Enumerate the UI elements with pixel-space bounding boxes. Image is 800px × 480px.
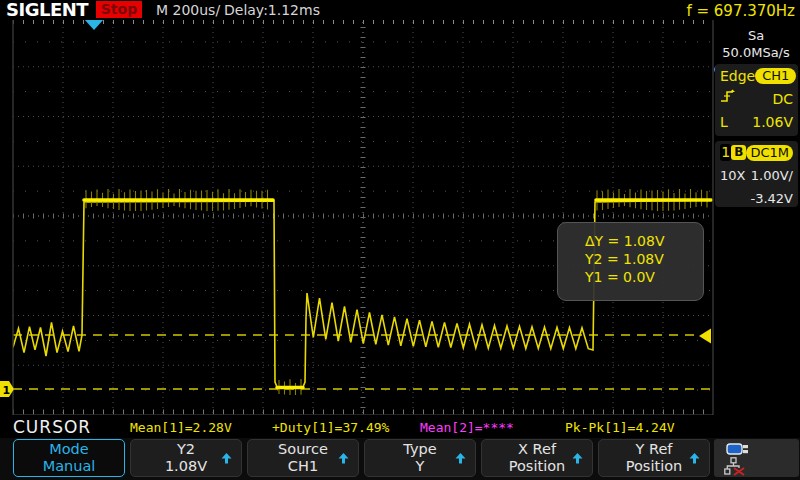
trigger-coupling: DC xyxy=(772,91,793,107)
cursor-y1: Y1 = 0.0V xyxy=(585,268,703,286)
channel-offset: -3.42V xyxy=(750,191,793,206)
up-arrow-icon xyxy=(572,453,583,464)
trigger-panel[interactable]: Edge CH1 DC L 1.06V xyxy=(715,64,798,136)
up-arrow-icon xyxy=(689,453,700,464)
brand-logo: SIGLENT xyxy=(6,0,88,20)
volts-per-div: 1.00V/ xyxy=(751,168,793,183)
bandwidth-limit-badge: B xyxy=(731,145,746,160)
menu-button-label: Source xyxy=(278,441,328,458)
menu-button-label: X Ref xyxy=(518,441,556,458)
measurement-duty1: +Duty[1]=37.49% xyxy=(272,420,389,435)
menu-button-y2[interactable]: Y2 1.08V xyxy=(130,439,242,477)
menu-button-xref[interactable]: X Ref Position xyxy=(481,439,593,477)
menu-button-value: Position xyxy=(626,458,682,475)
channel1-panel[interactable]: 1 B DC1M 10X 1.00V/ -3.42V xyxy=(715,141,798,207)
sample-rate: Sa 50.0MSa/s xyxy=(713,27,799,61)
cursor-delta-y: ΔY = 1.08V xyxy=(585,232,703,250)
menu-button-value: 1.08V xyxy=(165,458,207,475)
menu-button-value: Manual xyxy=(43,458,96,475)
frequency-counter: f = 697.370Hz xyxy=(686,2,795,20)
cursor-readout-box: ΔY = 1.08V Y2 = 1.08V Y1 = 0.0V xyxy=(557,222,704,301)
menu-button-label: Type xyxy=(403,441,436,458)
oscilloscope-screen: 1 SIGLENT Stop M 200us/ Delay:1.12ms f =… xyxy=(0,0,800,480)
channel-number-badge: 1 xyxy=(720,144,731,161)
io-status-panel xyxy=(714,439,799,477)
svg-text:1: 1 xyxy=(3,384,11,397)
acquisition-status-badge[interactable]: Stop xyxy=(96,1,142,18)
menu-button-value: Y xyxy=(416,458,425,475)
softkey-menu: Mode Manual Y2 1.08V Source CH1 Type Y X… xyxy=(0,438,800,480)
trigger-level-value: 1.06V xyxy=(752,114,793,130)
measurement-bar: CURSOR Mean[1]=2.28V +Duty[1]=37.49% Mea… xyxy=(0,415,800,438)
cursor-y2: Y2 = 1.08V xyxy=(585,250,703,268)
trigger-level-label: L xyxy=(720,114,728,130)
up-arrow-icon xyxy=(455,453,466,464)
lan-disconnected-icon xyxy=(724,457,748,476)
timebase-readout[interactable]: M 200us/ xyxy=(156,2,220,18)
menu-button-type[interactable]: Type Y xyxy=(364,439,476,477)
trigger-position-marker[interactable] xyxy=(84,19,104,30)
trigger-level-marker[interactable] xyxy=(699,329,711,344)
top-status-bar: SIGLENT Stop M 200us/ Delay:1.12ms f = 6… xyxy=(0,0,800,20)
measurement-mean2: Mean[2]=**** xyxy=(420,420,514,435)
active-menu-label: CURSOR xyxy=(13,417,91,437)
menu-button-yref[interactable]: Y Ref Position xyxy=(598,439,710,477)
measurement-pkpk1: Pk-Pk[1]=4.24V xyxy=(565,420,675,435)
trigger-delay-readout[interactable]: Delay:1.12ms xyxy=(224,2,320,18)
menu-button-label: Y Ref xyxy=(636,441,673,458)
trigger-type: Edge xyxy=(720,68,755,84)
menu-button-label: Y2 xyxy=(177,441,195,458)
channel-coupling-badge: DC1M xyxy=(746,145,793,161)
usb-icon xyxy=(726,442,752,456)
rising-edge-icon xyxy=(720,89,737,108)
graticule xyxy=(13,17,713,415)
probe-attenuation: 10X xyxy=(720,168,745,183)
up-arrow-icon xyxy=(221,453,232,464)
up-arrow-icon xyxy=(338,453,349,464)
measurement-mean1: Mean[1]=2.28V xyxy=(130,420,232,435)
menu-button-source[interactable]: Source CH1 xyxy=(247,439,359,477)
channel1-ground-marker[interactable]: 1 xyxy=(0,381,14,397)
menu-button-mode[interactable]: Mode Manual xyxy=(13,439,125,477)
menu-button-value: Position xyxy=(509,458,565,475)
menu-button-value: CH1 xyxy=(288,458,318,475)
menu-button-label: Mode xyxy=(49,441,89,458)
trigger-source-badge: CH1 xyxy=(755,68,796,84)
